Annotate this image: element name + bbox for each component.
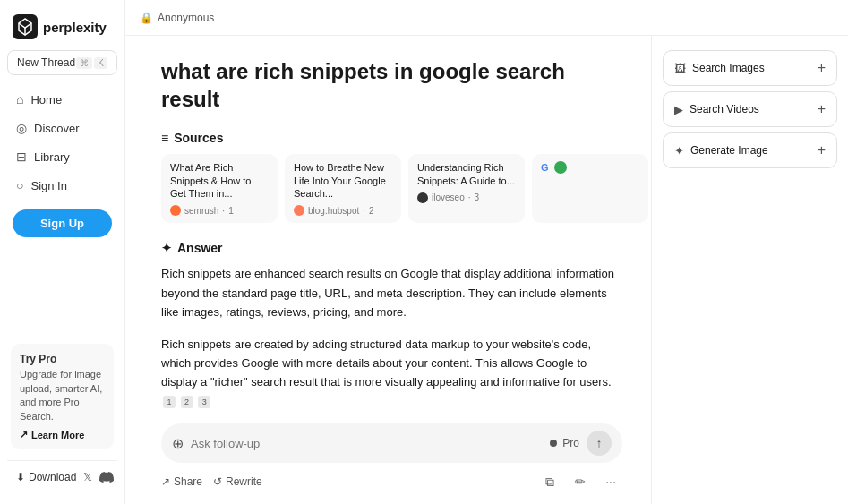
source-num-2: 3 [474,192,479,202]
source-card-0[interactable]: What Are Rich Snippets & How to Get Them… [161,154,278,223]
source-meta-1: blog.hubspot · 2 [294,205,392,216]
search-images-label: Search Images [692,62,765,74]
source-num-1: 2 [369,206,374,216]
main-content-area: 🔒 Anonymous what are rich snippets in go… [125,0,848,504]
query-title: what are rich snippets in google search … [161,57,622,113]
logo-area: perplexity [7,11,117,50]
download-label: Download [29,471,76,483]
generate-image-plus-icon: + [818,142,826,158]
source-card-2[interactable]: Understanding Rich Snippets: A Guide to.… [408,154,525,223]
source-card-google[interactable]: G [532,154,648,223]
sidebar-item-library-label: Library [34,150,70,164]
right-actions: ⧉ ✏ ··· [538,470,622,493]
sources-header: ≡ Sources [161,131,622,145]
source-site-1: blog.hubspot [308,206,359,216]
try-pro-title: Try Pro [20,353,105,365]
sidebar-item-discover-label: Discover [34,122,80,135]
lock-icon: 🔒 [140,12,153,24]
arrow-icon: ↗ [20,429,28,440]
sidebar-item-library[interactable]: ⊟ Library [7,143,117,170]
generate-image-button[interactable]: ✦ Generate Image + [663,132,837,168]
source-site-2: iloveseo [432,192,465,202]
twitter-icon[interactable]: 𝕏 [83,468,92,486]
sidebar-item-home[interactable]: ⌂ Home [7,86,117,113]
main-scroll-area: what are rich snippets in google search … [125,36,651,504]
generate-image-label: Generate Image [690,144,768,157]
pro-label: Pro [562,437,579,449]
download-icon: ⬇ [16,471,25,483]
learn-more-link[interactable]: ↗ Learn More [20,429,105,440]
perplexity-logo-icon [13,14,38,39]
source-title-2: Understanding Rich Snippets: A Guide to.… [417,161,516,187]
submit-button[interactable]: ↑ [587,431,612,456]
source-site-0: semrush [184,206,218,216]
new-thread-label: New Thread [17,56,75,69]
source-num-0: 1 [228,206,234,216]
cite-2: 2 [181,396,193,408]
pro-dot [550,440,557,447]
source-card-1[interactable]: How to Breathe New Life Into Your Google… [285,154,401,223]
search-images-plus-icon: + [818,60,826,76]
home-icon: ⌂ [16,92,23,107]
source-meta-0: semrush · 1 [170,205,269,216]
source-title-1: How to Breathe New Life Into Your Google… [294,161,392,200]
new-thread-button[interactable]: New Thread ⌘K [7,50,117,75]
discord-icon[interactable] [99,468,114,486]
cite-3: 3 [198,396,210,408]
follow-up-row: ⊕ Pro ↑ [161,423,622,463]
rewrite-icon: ↺ [213,475,222,488]
source-favicon-1 [294,205,304,216]
generate-image-icon: ✦ [674,144,684,158]
search-images-icon: 🖼 [674,62,686,75]
right-panel: 🖼 Search Images + ▶ Search Videos + ✦ Ge… [651,36,848,504]
learn-more-label: Learn More [31,430,84,440]
rewrite-button[interactable]: ↺ Rewrite [213,475,262,488]
source-title-0: What Are Rich Snippets & How to Get Them… [170,161,269,200]
source-meta-2: iloveseo · 3 [417,192,516,203]
google-g-icon: G [541,162,549,173]
answer-icon: ✦ [161,241,172,255]
plus-circle-icon: ⊕ [172,435,184,452]
sidebar-item-signin[interactable]: ○ Sign In [7,172,117,199]
source-favicon-2 [417,192,428,203]
answer-header-label: Answer [177,241,223,255]
source-favicon-0 [170,205,181,216]
sidebar-bottom-actions: ⬇ Download 𝕏 [7,460,117,493]
more-button[interactable]: ··· [599,470,622,493]
share-button[interactable]: ↗ Share [161,475,202,488]
answer-paragraph-0: Rich snippets are enhanced search result… [161,264,622,321]
topbar: 🔒 Anonymous [125,0,848,36]
logo-text: perplexity [43,20,107,35]
copy-button[interactable]: ⧉ [538,470,561,493]
search-videos-button[interactable]: ▶ Search Videos + [663,91,837,127]
search-videos-label: Search Videos [690,103,759,115]
library-icon: ⊟ [16,149,27,164]
sidebar-item-discover[interactable]: ◎ Discover [7,115,117,141]
pro-badge: Pro [550,437,579,449]
sources-icon: ≡ [161,131,168,145]
sidebar-item-signin-label: Sign In [30,179,66,192]
discover-icon: ◎ [16,121,27,135]
search-videos-icon: ▶ [674,103,683,116]
anonymous-badge: 🔒 Anonymous [140,12,214,24]
share-icon: ↗ [161,475,170,488]
answer-header: ✦ Answer [161,241,622,255]
follow-up-input[interactable] [191,437,543,450]
sources-grid: What Are Rich Snippets & How to Get Them… [161,154,622,223]
signup-button[interactable]: Sign Up [13,209,112,237]
sidebar: perplexity New Thread ⌘K ⌂ Home ◎ Discov… [0,0,125,504]
answer-paragraph-1: Rich snippets are created by adding stru… [161,335,622,412]
cite-1: 1 [163,396,176,408]
download-button[interactable]: ⬇ Download [16,471,76,483]
anonymous-label: Anonymous [158,12,214,24]
rewrite-label: Rewrite [226,475,262,488]
search-videos-plus-icon: + [818,101,826,117]
try-pro-box: Try Pro Upgrade for image upload, smarte… [11,344,114,449]
edit-button[interactable]: ✏ [569,470,592,493]
google-logos: G [541,161,639,174]
sidebar-item-home-label: Home [30,93,62,107]
signin-icon: ○ [16,178,23,192]
bottom-bar: ⊕ Pro ↑ ↗ Share ↺ Rewrite [125,414,651,504]
search-images-button[interactable]: 🖼 Search Images + [663,50,837,86]
circle-green-icon [554,161,567,174]
